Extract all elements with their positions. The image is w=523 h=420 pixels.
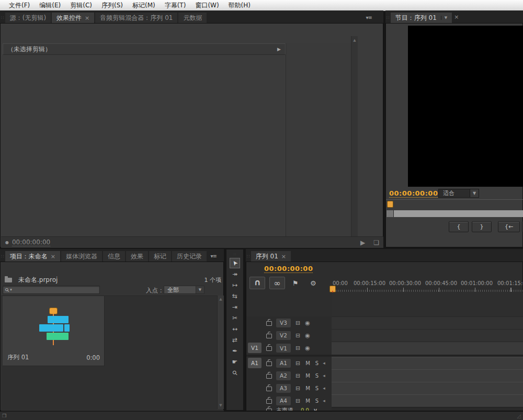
master-level-value[interactable]: 0.0 <box>301 407 309 411</box>
chevron-down-icon[interactable]: ▼ <box>470 189 479 197</box>
track-lane-v3[interactable] <box>332 316 523 329</box>
track-lane-a4[interactable] <box>332 394 523 407</box>
resize-grip-icon[interactable]: ◿ <box>517 413 521 419</box>
tab-markers[interactable]: 标记 <box>149 251 171 262</box>
time-ruler[interactable]: 00:00 00:00:15:00 00:00:30:00 00:00:45:0… <box>332 279 522 293</box>
rate-stretch-tool[interactable]: ⇥ <box>230 302 240 312</box>
eye-icon[interactable]: ◉ <box>305 345 310 351</box>
add-marker-button[interactable]: ⚑ <box>292 279 299 287</box>
mute-button[interactable]: M <box>305 385 310 391</box>
ripple-edit-tool[interactable]: ↦ <box>230 280 240 290</box>
lock-icon[interactable] <box>266 334 272 338</box>
timeline-settings-button[interactable]: ⚙ <box>310 279 316 287</box>
expand-arrow-icon[interactable]: ▶ <box>277 47 281 52</box>
track-name[interactable]: V3 <box>276 319 291 327</box>
panel-grip[interactable]: ∷ <box>246 254 251 262</box>
lock-icon[interactable] <box>266 346 272 351</box>
tab-info[interactable]: 信息 <box>103 251 125 262</box>
menu-file[interactable]: 文件(F) <box>4 1 35 10</box>
tab-audio-mixer[interactable]: 音频剪辑混合器：序列 01 <box>95 13 177 23</box>
track-select-tool[interactable]: ↠ <box>230 269 240 279</box>
slide-tool[interactable]: ⇄ <box>230 335 240 345</box>
clip-selector-header[interactable]: （未选择剪辑） ▶ <box>3 43 286 55</box>
scrollbar-handle[interactable] <box>394 210 523 217</box>
solo-button[interactable]: S <box>315 398 319 404</box>
lock-icon[interactable] <box>266 399 272 404</box>
project-scrollbar[interactable]: ▲ ▼ <box>217 296 224 409</box>
chevron-down-icon[interactable]: ▼ <box>196 286 204 293</box>
search-input[interactable] <box>12 286 87 293</box>
program-mini-timeline[interactable] <box>386 199 523 200</box>
track-name[interactable]: A4 <box>276 396 291 405</box>
sync-lock-icon[interactable]: ⊟ <box>295 320 300 326</box>
pen-tool[interactable]: ✒ <box>230 346 240 356</box>
track-lane-a1[interactable] <box>332 357 523 369</box>
tab-media-browser[interactable]: 媒体浏览器 <box>61 251 102 262</box>
toggle-effects-icon[interactable]: ❏ <box>373 239 379 246</box>
tab-history[interactable]: 历史记录 <box>172 251 207 262</box>
keyframe-display-icon[interactable]: ⊟ <box>295 398 300 404</box>
track-lane-v1[interactable] <box>332 342 523 355</box>
tab-project[interactable]: 项目：未命名 × <box>5 251 60 262</box>
panel-grip[interactable]: ∷ <box>0 15 5 23</box>
program-scrollbar[interactable] <box>386 210 523 217</box>
zoom-tool[interactable]: ⚲ <box>230 368 240 378</box>
lock-icon[interactable] <box>266 374 272 379</box>
snap-button[interactable]: ∪ <box>249 277 265 289</box>
chevron-down-icon[interactable]: ▼ <box>441 16 447 20</box>
track-name[interactable]: A1 <box>276 359 291 368</box>
mark-out-button[interactable]: } <box>472 221 492 232</box>
tab-program-monitor[interactable]: 节目：序列 01 ▼ <box>391 13 452 23</box>
track-name[interactable]: V1 <box>276 344 291 353</box>
scrollbar-cap[interactable] <box>386 210 393 217</box>
program-timecode[interactable]: 00:00:00:00 <box>389 189 438 198</box>
sequence-item-name[interactable]: 序列 01 <box>7 354 29 361</box>
track-lane-v2[interactable] <box>332 329 523 342</box>
sync-lock-icon[interactable]: ⊟ <box>295 332 300 339</box>
track-name[interactable]: V2 <box>276 331 291 340</box>
panel-menu-icon[interactable]: ▾≡ <box>211 253 217 259</box>
linked-selection-button[interactable]: ∞ <box>269 277 285 289</box>
lock-icon[interactable] <box>266 321 272 326</box>
effects-timecode[interactable]: 00:00:00:00 <box>12 239 50 246</box>
menu-marker[interactable]: 标记(M) <box>128 1 160 10</box>
track-lane-a2[interactable] <box>332 369 523 382</box>
lock-icon[interactable] <box>266 361 272 366</box>
collapse-icon[interactable]: ◂ <box>323 360 325 366</box>
master-track-label[interactable]: 主声道 <box>276 406 293 411</box>
project-file-name[interactable]: 未命名.prproj <box>18 276 58 285</box>
tab-sequence-01[interactable]: 序列 01 × <box>251 251 291 262</box>
menu-sequence[interactable]: 序列(S) <box>97 1 128 10</box>
master-collapse-icon[interactable]: ∨ <box>313 407 317 411</box>
zoom-level-select[interactable]: 适合 ▼ <box>438 189 479 198</box>
in-point-filter-select[interactable]: 全部 ▼ <box>164 286 204 294</box>
track-name[interactable]: A2 <box>276 371 291 380</box>
goto-in-button[interactable]: {← <box>498 221 520 232</box>
effects-scrollbar[interactable]: ▲ <box>351 36 358 236</box>
razor-tool[interactable]: ✂ <box>230 313 240 323</box>
collapse-icon[interactable]: ◂ <box>323 373 325 378</box>
keyframe-display-icon[interactable]: ⊟ <box>295 385 300 392</box>
tab-effect-controls[interactable]: 效果控件 × <box>52 13 94 23</box>
lock-icon[interactable] <box>266 387 272 391</box>
menu-clip[interactable]: 剪辑(C) <box>65 1 97 10</box>
program-playhead[interactable] <box>387 201 393 208</box>
close-icon[interactable]: × <box>85 15 89 21</box>
collapse-icon[interactable]: ◂ <box>323 398 325 403</box>
panel-grip[interactable]: ∷ <box>234 253 236 257</box>
scroll-up-icon[interactable]: ▲ <box>353 38 356 42</box>
scroll-down-icon[interactable]: ▼ <box>219 403 222 407</box>
solo-button[interactable]: S <box>315 373 319 379</box>
track-lane-master[interactable] <box>332 407 523 411</box>
panel-menu-icon[interactable]: ▾≡ <box>366 15 372 20</box>
track-lane-a3[interactable] <box>332 382 523 394</box>
menu-window[interactable]: 窗口(W) <box>190 1 223 10</box>
source-patch-audio[interactable]: A1 <box>248 358 262 368</box>
mute-button[interactable]: M <box>305 373 310 379</box>
slip-tool[interactable]: ↔ <box>230 324 240 334</box>
solo-button[interactable]: S <box>315 385 319 391</box>
eye-icon[interactable]: ◉ <box>305 332 310 339</box>
mute-button[interactable]: M <box>305 360 310 366</box>
eye-icon[interactable]: ◉ <box>305 320 310 326</box>
lock-icon[interactable] <box>266 408 272 411</box>
